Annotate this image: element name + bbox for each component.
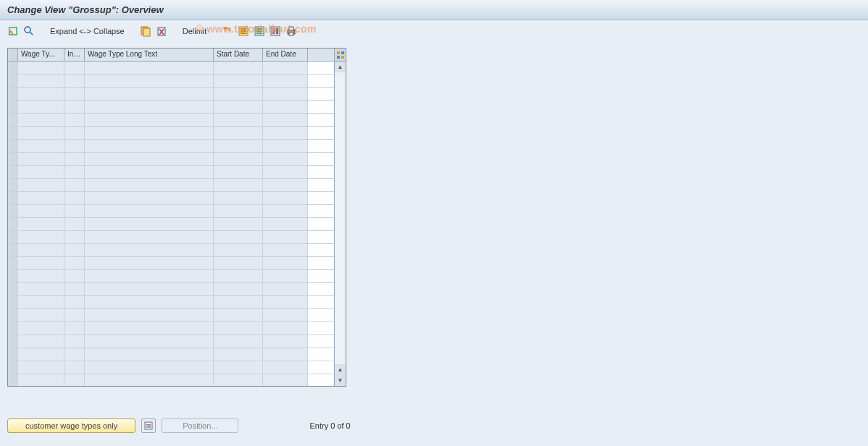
table-row[interactable] bbox=[8, 231, 334, 244]
svg-rect-10 bbox=[256, 30, 262, 32]
table-row[interactable] bbox=[8, 348, 334, 361]
position-icon[interactable] bbox=[141, 418, 156, 433]
svg-rect-20 bbox=[337, 56, 340, 59]
svg-rect-18 bbox=[337, 51, 340, 54]
col-end-date[interactable]: End Date bbox=[263, 49, 308, 61]
table-row[interactable] bbox=[8, 192, 334, 205]
table-row[interactable] bbox=[8, 75, 334, 88]
table-row[interactable] bbox=[8, 101, 334, 114]
print-icon[interactable] bbox=[285, 25, 297, 37]
svg-rect-16 bbox=[289, 27, 293, 30]
table-row[interactable] bbox=[8, 361, 334, 374]
position-button[interactable]: Position... bbox=[162, 418, 238, 433]
svg-rect-7 bbox=[241, 33, 246, 34]
select-all-icon[interactable] bbox=[238, 25, 249, 37]
entry-count: Entry 0 of 0 bbox=[309, 421, 350, 430]
delete-icon[interactable] bbox=[156, 25, 167, 37]
svg-rect-5 bbox=[241, 28, 246, 30]
separator bbox=[133, 25, 134, 37]
page-title: Change View "Grossup": Overview bbox=[7, 4, 164, 15]
separator bbox=[41, 25, 41, 37]
svg-rect-13 bbox=[272, 28, 275, 34]
select-all-header[interactable] bbox=[8, 49, 18, 61]
scroll-up-icon[interactable]: ▲ bbox=[335, 62, 346, 72]
col-inf[interactable]: Inf... bbox=[64, 49, 85, 61]
table-row[interactable] bbox=[8, 218, 334, 231]
customer-wage-types-button[interactable]: customer wage types only bbox=[7, 418, 135, 433]
expand-collapse-button[interactable]: Expand <-> Collapse bbox=[47, 27, 128, 35]
table-scrollbar: ▲ ▲ ▼ bbox=[334, 49, 346, 386]
scroll-up2-icon[interactable]: ▲ bbox=[335, 364, 346, 375]
table-row[interactable] bbox=[8, 88, 334, 101]
svg-rect-23 bbox=[146, 424, 151, 426]
data-table: Wage Ty... Inf... Wage Type Long Text St… bbox=[7, 48, 346, 387]
svg-rect-11 bbox=[256, 33, 262, 34]
table-settings-icon[interactable] bbox=[335, 49, 346, 62]
table-row[interactable] bbox=[8, 309, 334, 322]
svg-rect-24 bbox=[146, 426, 151, 428]
other-view-icon[interactable] bbox=[7, 25, 19, 37]
copy-icon[interactable] bbox=[140, 25, 151, 37]
toolbar: Expand <-> Collapse Delimit © www.tutori… bbox=[0, 20, 868, 42]
table-row[interactable] bbox=[8, 257, 334, 270]
table-row[interactable] bbox=[8, 335, 334, 348]
table-row[interactable] bbox=[8, 166, 334, 179]
undo-icon[interactable] bbox=[222, 25, 233, 37]
svg-rect-19 bbox=[341, 51, 344, 54]
svg-point-0 bbox=[25, 27, 30, 33]
table-body bbox=[8, 62, 334, 386]
table-row[interactable] bbox=[8, 296, 334, 309]
title-bar: Change View "Grossup": Overview bbox=[0, 0, 868, 20]
table-row[interactable] bbox=[8, 244, 334, 257]
col-wage-type-long[interactable]: Wage Type Long Text bbox=[85, 49, 214, 61]
table-row[interactable] bbox=[8, 179, 334, 192]
table-row[interactable] bbox=[8, 270, 334, 283]
scroll-track[interactable] bbox=[335, 72, 346, 364]
svg-rect-22 bbox=[145, 422, 152, 429]
footer-bar: customer wage types only Position... Ent… bbox=[7, 418, 351, 433]
separator bbox=[215, 25, 216, 37]
svg-rect-12 bbox=[271, 27, 280, 35]
svg-rect-9 bbox=[256, 28, 262, 30]
svg-rect-2 bbox=[143, 28, 150, 36]
table-row[interactable] bbox=[8, 374, 334, 386]
svg-rect-21 bbox=[341, 56, 344, 59]
table-row[interactable] bbox=[8, 62, 334, 75]
table-row[interactable] bbox=[8, 114, 334, 127]
svg-rect-6 bbox=[241, 30, 246, 32]
find-icon[interactable] bbox=[23, 25, 35, 37]
table-row[interactable] bbox=[8, 205, 334, 218]
table-row[interactable] bbox=[8, 140, 334, 153]
table-header: Wage Ty... Inf... Wage Type Long Text St… bbox=[8, 49, 334, 62]
svg-rect-14 bbox=[276, 28, 278, 34]
scroll-down-icon[interactable]: ▼ bbox=[335, 375, 346, 386]
table-row[interactable] bbox=[8, 127, 334, 140]
svg-rect-17 bbox=[289, 33, 293, 35]
col-wage-type[interactable]: Wage Ty... bbox=[18, 49, 64, 61]
separator bbox=[173, 25, 174, 37]
col-start-date[interactable]: Start Date bbox=[214, 49, 263, 61]
table-row[interactable] bbox=[8, 153, 334, 166]
table-row[interactable] bbox=[8, 283, 334, 296]
config-icon[interactable] bbox=[270, 25, 281, 37]
deselect-all-icon[interactable] bbox=[254, 25, 265, 37]
table-content: Wage Ty... Inf... Wage Type Long Text St… bbox=[8, 49, 334, 386]
table-row[interactable] bbox=[8, 322, 334, 335]
delimit-button[interactable]: Delimit bbox=[180, 27, 210, 35]
